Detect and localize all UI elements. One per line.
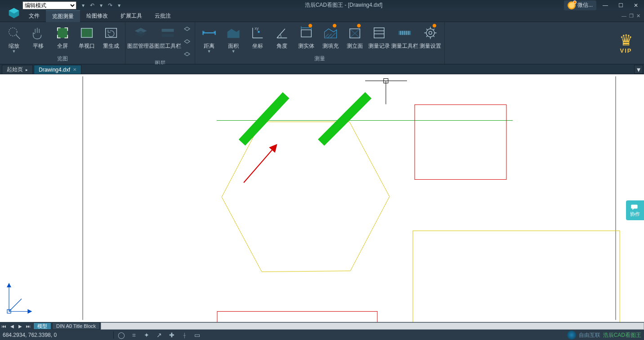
group-caption-view: 览图 <box>2 54 123 64</box>
doctab-list-button[interactable]: ▾ <box>634 65 643 74</box>
status-tool-polar-icon[interactable]: ↗ <box>154 331 164 339</box>
svg-rect-7 <box>106 28 117 37</box>
undo-menu-icon[interactable]: ▾ <box>97 1 105 9</box>
wechat-button[interactable]: 微信... <box>564 0 596 10</box>
tool-regenerate[interactable]: 重生成 <box>99 23 123 49</box>
menu-extensions[interactable]: 扩展工具 <box>114 10 148 22</box>
tool-measure-toolbar[interactable]: 测量工具栏 <box>391 23 418 49</box>
brand-text1: 自由互联 <box>579 331 600 339</box>
tool-distance[interactable]: 距离 ▼ <box>197 23 221 54</box>
distance-icon <box>201 25 217 41</box>
status-brand: 自由互联 浩辰CAD看图王 <box>567 331 641 340</box>
viewport-icon <box>79 25 95 41</box>
collab-button[interactable]: 协作 <box>626 200 644 220</box>
wechat-icon <box>568 1 576 9</box>
mode-select[interactable]: 编辑模式 <box>22 1 76 9</box>
redo-icon[interactable]: ↷ <box>106 1 114 9</box>
tool-layer-toolbar[interactable]: 图层工具栏 <box>154 23 181 49</box>
undo-icon[interactable]: ↶ <box>88 1 96 9</box>
layout-last-icon[interactable]: ⏭ <box>24 322 32 330</box>
svg-line-37 <box>321 95 368 143</box>
minimize-button[interactable]: — <box>599 1 612 10</box>
status-tool-track-icon[interactable]: ✚ <box>167 331 177 339</box>
regenerate-icon <box>103 25 119 41</box>
measure-history-icon <box>371 25 387 41</box>
status-tool-dynamic-icon[interactable]: ⟊ <box>179 331 189 339</box>
tool-single-viewport[interactable]: 单视口 <box>75 23 99 49</box>
layout-scroll-track[interactable] <box>101 322 644 330</box>
svg-rect-10 <box>162 29 174 32</box>
layer-toolbar-icon <box>160 25 176 41</box>
brand-logo-icon <box>567 331 576 340</box>
svg-point-26 <box>429 32 432 35</box>
status-tool-ortho-icon[interactable]: ◯ <box>116 331 126 339</box>
crown-icon: ♛VIP <box>619 32 633 54</box>
vip-badge[interactable]: ♛VIP <box>608 22 644 64</box>
layer-stack1-icon[interactable] <box>182 25 192 35</box>
svg-rect-4 <box>58 28 68 38</box>
tool-measure-hatch[interactable]: 测填充 <box>318 23 343 49</box>
mdi-close-icon[interactable]: ✕ <box>636 13 640 19</box>
tool-zoom[interactable]: 缩放 ▼ <box>2 23 26 54</box>
layout-tabs: ⏮ ◀ ▶ ⏭ 模型 DIN A0 Title Block <box>0 322 644 330</box>
svg-rect-34 <box>413 231 620 322</box>
menu-view-measure[interactable]: 览图测量 <box>46 10 80 22</box>
drawing-canvas[interactable]: 协作 <box>0 74 644 322</box>
mdi-minimize-icon[interactable]: — <box>622 13 626 19</box>
maximize-button[interactable]: ☐ <box>614 1 627 10</box>
status-tool-osnap-icon[interactable]: ✦ <box>142 331 152 339</box>
chat-icon <box>631 204 640 211</box>
svg-marker-35 <box>222 122 389 272</box>
measure-elevation-icon <box>347 25 363 41</box>
close-button[interactable]: ✕ <box>630 1 642 10</box>
tool-measure-settings[interactable]: 测量设置 <box>418 23 443 49</box>
window-title: 浩辰CAD看图王 - [Drawing4.dxf] <box>123 1 564 9</box>
tool-angle[interactable]: 角度 <box>270 23 294 49</box>
tool-fullscreen[interactable]: 全屏 <box>50 23 75 49</box>
doctab-close-icon[interactable]: ✕ <box>73 67 76 72</box>
layout-tab-model[interactable]: 模型 <box>33 322 51 330</box>
brand-text2: 浩辰CAD看图王 <box>603 331 641 339</box>
status-tool-select-icon[interactable]: ▭ <box>192 331 202 339</box>
layout-tab-dina0[interactable]: DIN A0 Title Block <box>52 322 100 330</box>
tool-measure-entity[interactable]: 测实体 <box>294 23 318 49</box>
svg-marker-13 <box>184 40 190 43</box>
status-tool-grid-icon[interactable]: ⌗ <box>129 331 139 339</box>
zoom-icon <box>6 25 22 41</box>
layout-first-icon[interactable]: ⏮ <box>0 322 8 330</box>
layer-stack2-icon[interactable] <box>182 36 192 46</box>
svg-point-2 <box>9 28 17 36</box>
menu-cloud-annotate[interactable]: 云批注 <box>148 10 177 22</box>
layout-prev-icon[interactable]: ◀ <box>8 322 16 330</box>
mdi-restore-icon[interactable]: ❐ <box>629 13 634 19</box>
doctab-start[interactable]: 起始页 ▸ <box>2 65 33 74</box>
fullscreen-icon <box>54 25 71 41</box>
menu-file[interactable]: 文件 <box>22 10 46 22</box>
tool-coordinate[interactable]: xy 坐标 <box>246 23 270 49</box>
menu-draw-edit[interactable]: 绘图修改 <box>80 10 114 22</box>
tool-area[interactable]: 面积 ▼ <box>221 23 246 54</box>
svg-point-16 <box>258 31 260 33</box>
notify-badge <box>308 23 313 28</box>
ribbon-group-view: 缩放 ▼ 平移 全屏 单视口 重生成 览图 <box>0 22 125 64</box>
measure-toolbar-icon <box>397 25 413 41</box>
mdi-controls: — ❐ ✕ <box>622 13 644 19</box>
qat-dropdown-icon[interactable]: ▾ <box>79 1 87 9</box>
doctab-drawing4[interactable]: Drawing4.dxf ✕ <box>34 65 81 74</box>
layer-stack3-icon[interactable] <box>182 48 192 58</box>
layout-next-icon[interactable]: ▶ <box>16 322 24 330</box>
notify-badge <box>432 23 437 28</box>
tool-measure-history[interactable]: 测量记录 <box>367 23 391 49</box>
svg-rect-5 <box>81 28 93 37</box>
svg-rect-18 <box>301 30 312 37</box>
measure-hatch-icon <box>322 25 339 41</box>
status-tools: ◯ ⌗ ✦ ↗ ✚ ⟊ ▭ <box>116 331 202 339</box>
redo-menu-icon[interactable]: ▾ <box>115 1 123 9</box>
svg-marker-14 <box>184 52 190 56</box>
tool-pan[interactable]: 平移 <box>26 23 50 49</box>
layer-manager-icon <box>133 25 149 41</box>
status-bar: 684.2934, 762.3398, 0 ◯ ⌗ ✦ ↗ ✚ ⟊ ▭ 自由互联… <box>0 330 644 340</box>
tool-layer-manager[interactable]: 图层管理器 <box>127 23 154 49</box>
menu-bar: 文件 览图测量 绘图修改 扩展工具 云批注 — ❐ ✕ <box>0 10 644 22</box>
tool-measure-elevation[interactable]: 测立面 <box>343 23 367 49</box>
